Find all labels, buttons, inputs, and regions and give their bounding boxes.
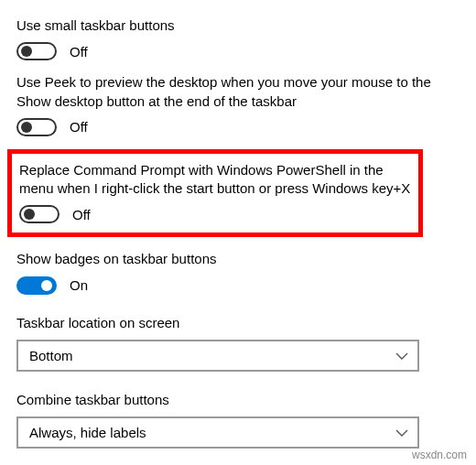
setting-label: Use small taskbar buttons: [16, 16, 460, 35]
toggle-row: Off: [16, 42, 460, 60]
watermark: wsxdn.com: [412, 449, 467, 461]
setting-label: Show badges on taskbar buttons: [16, 250, 460, 268]
toggle-row: Off: [16, 118, 460, 136]
toggle-show-badges[interactable]: [16, 276, 57, 295]
dropdown-combine-taskbar[interactable]: Always, hide labels: [16, 416, 419, 449]
dropdown-value: Always, hide labels: [29, 425, 146, 440]
setting-label: Use Peek to preview the desktop when you…: [16, 73, 460, 111]
toggle-state-label: On: [70, 277, 88, 293]
dropdown-taskbar-location[interactable]: Bottom: [16, 340, 419, 372]
setting-use-peek: Use Peek to preview the desktop when you…: [16, 73, 460, 136]
highlight-box: Replace Command Prompt with Windows Powe…: [7, 149, 423, 238]
toggle-replace-cmd[interactable]: [19, 205, 60, 223]
dropdown-value: Bottom: [29, 348, 73, 363]
taskbar-location-label: Taskbar location on screen: [16, 315, 460, 330]
toggle-small-buttons[interactable]: [16, 42, 57, 60]
chevron-down-icon: [395, 425, 408, 440]
toggle-state-label: Off: [70, 44, 88, 59]
toggle-row: Off: [19, 205, 411, 223]
setting-label: Replace Command Prompt with Windows Powe…: [19, 161, 411, 199]
combine-taskbar-label: Combine taskbar buttons: [16, 392, 460, 407]
chevron-down-icon: [395, 348, 408, 363]
toggle-state-label: Off: [72, 207, 91, 222]
toggle-knob: [21, 122, 32, 133]
toggle-state-label: Off: [70, 119, 88, 135]
toggle-knob: [24, 209, 35, 220]
setting-replace-command-prompt: Replace Command Prompt with Windows Powe…: [19, 161, 411, 224]
toggle-row: On: [16, 276, 460, 295]
setting-show-badges: Show badges on taskbar buttons On: [16, 250, 460, 294]
toggle-knob: [21, 46, 32, 57]
setting-use-small-taskbar-buttons: Use small taskbar buttons Off: [16, 16, 460, 60]
toggle-knob: [41, 280, 52, 291]
toggle-use-peek[interactable]: [16, 118, 57, 136]
